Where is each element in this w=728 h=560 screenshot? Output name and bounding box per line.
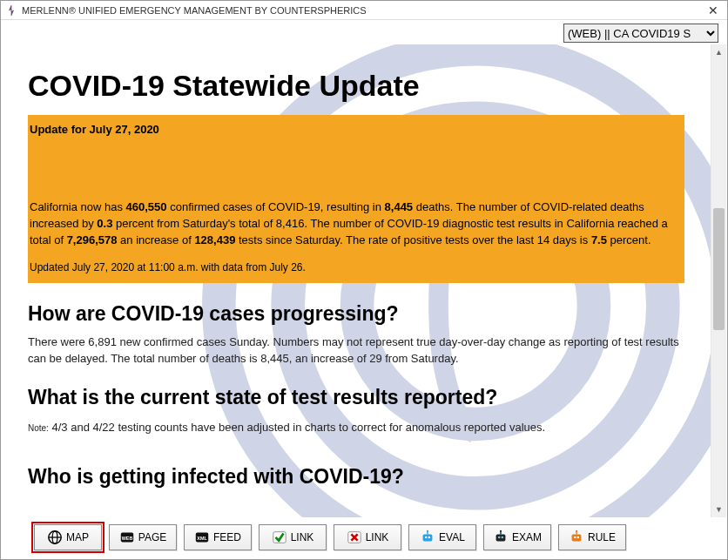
web-badge-icon: WEB bbox=[119, 530, 135, 545]
scroll-thumb[interactable] bbox=[713, 208, 725, 330]
button-label: RULE bbox=[588, 531, 616, 543]
svg-rect-17 bbox=[496, 534, 506, 541]
title-bar: MERLENN® UNIFIED EMERGENCY MANAGEMENT BY… bbox=[1, 1, 727, 20]
app-logo-icon bbox=[6, 5, 17, 16]
testing-note: Note: 4/3 and 4/22 testing counts have b… bbox=[28, 421, 684, 434]
text: confirmed cases of COVID-19, resulting i… bbox=[167, 200, 385, 213]
section-heading-progressing: How are COVID-19 cases progressing? bbox=[28, 302, 684, 326]
death-pct-value: 0.3 bbox=[97, 217, 112, 230]
svg-point-26 bbox=[576, 530, 577, 532]
svg-point-16 bbox=[427, 530, 428, 532]
progressing-paragraph: There were 6,891 new confirmed cases Sun… bbox=[28, 334, 684, 368]
note-text: 4/3 and 4/22 testing counts have been ad… bbox=[49, 421, 545, 434]
xml-badge-icon: XML bbox=[194, 530, 210, 545]
robot-orange-icon bbox=[569, 530, 584, 545]
tests-increase-value: 128,439 bbox=[194, 233, 235, 246]
update-highlight-box: Update for July 27, 2020 California now … bbox=[28, 115, 684, 283]
svg-point-23 bbox=[574, 536, 576, 539]
svg-rect-12 bbox=[423, 534, 433, 541]
svg-point-18 bbox=[498, 536, 501, 539]
map-button[interactable]: MAP bbox=[34, 524, 102, 550]
link-bad-button[interactable]: LINK bbox=[334, 524, 401, 550]
tests-total-value: 7,296,578 bbox=[67, 233, 118, 246]
svg-point-21 bbox=[500, 530, 502, 532]
scroll-down-arrow-icon[interactable]: ▼ bbox=[711, 502, 726, 517]
svg-text:XML: XML bbox=[197, 536, 207, 541]
button-label: LINK bbox=[291, 531, 314, 543]
page-title: COVID-19 Statewide Update bbox=[28, 69, 684, 103]
button-label: PAGE bbox=[138, 531, 166, 543]
source-dropdown[interactable]: (WEB) || CA COVID19 S bbox=[563, 24, 718, 43]
button-label: LINK bbox=[366, 531, 389, 543]
text: California now has bbox=[30, 200, 126, 213]
robot-dark-icon bbox=[493, 530, 509, 545]
scroll-up-arrow-icon[interactable]: ▲ bbox=[711, 44, 726, 60]
deaths-value: 8,445 bbox=[385, 200, 414, 213]
scroll-track[interactable] bbox=[711, 60, 726, 502]
note-prefix: Note: bbox=[28, 423, 49, 433]
text: an increase of bbox=[117, 233, 194, 246]
page-button[interactable]: WEB PAGE bbox=[109, 524, 177, 550]
vertical-scrollbar[interactable]: ▲ ▼ bbox=[711, 44, 726, 517]
text: percent. bbox=[607, 233, 651, 246]
svg-rect-22 bbox=[572, 534, 582, 541]
button-label: EVAL bbox=[439, 531, 465, 543]
update-date-heading: Update for July 27, 2020 bbox=[30, 122, 677, 138]
top-strip: (WEB) || CA COVID19 S bbox=[1, 20, 727, 44]
close-icon[interactable]: ✕ bbox=[704, 3, 722, 17]
globe-icon bbox=[47, 530, 63, 545]
rule-button[interactable]: RULE bbox=[558, 524, 626, 550]
update-timestamp: Updated July 27, 2020 at 11:00 a.m. with… bbox=[30, 260, 677, 275]
robot-blue-icon bbox=[420, 530, 435, 545]
positive-rate-value: 7.5 bbox=[591, 233, 607, 246]
button-label: MAP bbox=[66, 531, 89, 543]
bottom-toolbar: MAP WEB PAGE XML FEED LINK LINK EVAL EXA bbox=[1, 517, 727, 559]
svg-point-19 bbox=[502, 536, 504, 539]
eval-button[interactable]: EVAL bbox=[408, 524, 476, 550]
section-heading-test-results: What is the current state of test result… bbox=[28, 386, 684, 409]
window-title: MERLENN® UNIFIED EMERGENCY MANAGEMENT BY… bbox=[22, 5, 367, 16]
exam-button[interactable]: EXAM bbox=[483, 524, 551, 550]
link-ok-button[interactable]: LINK bbox=[259, 524, 327, 550]
svg-point-14 bbox=[428, 536, 431, 539]
summary-paragraph: California now has 460,550 confirmed cas… bbox=[30, 199, 677, 249]
button-label: EXAM bbox=[512, 531, 542, 543]
text: tests since Saturday. The rate of positi… bbox=[235, 233, 591, 246]
content-viewport: • COVID-19 Toolkit COVID-19 Statewide Up… bbox=[2, 44, 711, 517]
svg-point-13 bbox=[425, 536, 428, 539]
feed-button[interactable]: XML FEED bbox=[184, 524, 252, 550]
confirmed-cases-value: 460,550 bbox=[126, 200, 167, 213]
svg-text:WEB: WEB bbox=[121, 536, 132, 541]
section-heading-who-infected: Who is getting infected with COVID-19? bbox=[28, 465, 684, 489]
svg-point-24 bbox=[577, 536, 580, 539]
check-icon bbox=[272, 530, 287, 545]
button-label: FEED bbox=[213, 531, 241, 543]
x-mark-icon bbox=[347, 530, 362, 545]
